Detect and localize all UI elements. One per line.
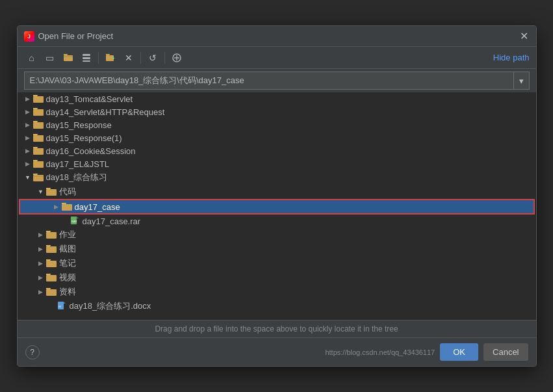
tree-item[interactable]: ▶ day15_Response(1) xyxy=(18,131,536,144)
svg-rect-10 xyxy=(33,109,44,116)
tree-item[interactable]: ▼ 代码 xyxy=(18,185,536,199)
tree-item[interactable]: ▶ day13_Tomcat&Servlet xyxy=(18,92,536,105)
toolbar-separator-3 xyxy=(164,52,165,64)
nav-button[interactable] xyxy=(79,50,94,66)
svg-rect-12 xyxy=(33,135,44,142)
item-label: 代码 xyxy=(59,186,76,198)
ok-button[interactable]: OK xyxy=(440,343,478,361)
footer-url: https://blog.csdn.net/qq_43436117 xyxy=(325,348,435,356)
svg-rect-15 xyxy=(33,175,44,181)
tree-item[interactable]: ▶ day17_EL&JSTL xyxy=(18,157,536,170)
svg-marker-19 xyxy=(77,216,79,218)
folder-icon xyxy=(33,107,44,117)
home-button[interactable]: ⌂ xyxy=(24,50,40,66)
svg-rect-22 xyxy=(46,232,57,239)
path-dropdown-button[interactable]: ▾ xyxy=(514,72,530,90)
file-tree: ▶ day13_Tomcat&Servlet ▶ day14_Servlet&H… xyxy=(18,92,536,320)
title-bar: J Open File or Project ✕ xyxy=(18,26,536,47)
svg-rect-13 xyxy=(33,148,44,155)
item-label: 视频 xyxy=(59,272,76,283)
dialog-title: Open File or Project xyxy=(38,31,114,41)
svg-rect-24 xyxy=(46,261,57,267)
toolbar: ⌂ ▭ + xyxy=(18,47,536,69)
tree-item[interactable]: RAR day17_case.rar xyxy=(18,215,536,228)
svg-rect-1 xyxy=(83,54,90,56)
item-label: day17_case xyxy=(75,202,120,212)
delete-button[interactable]: ✕ xyxy=(121,50,136,66)
folder-icon xyxy=(33,146,44,156)
item-label: day18_综合练习.docx xyxy=(70,300,151,312)
folder-icon xyxy=(46,244,57,254)
folder-icon xyxy=(46,287,57,297)
tree-item[interactable]: ▼ day18_综合练习 xyxy=(18,170,536,185)
help-button[interactable]: ? xyxy=(25,345,40,359)
toolbar-left: ⌂ ▭ + xyxy=(24,50,185,66)
item-label: 作业 xyxy=(59,229,76,241)
toggle-icon: ▶ xyxy=(23,146,33,156)
footer-left: ? xyxy=(25,345,40,359)
folder-icon xyxy=(46,229,57,240)
toggle-icon: ▶ xyxy=(36,244,46,254)
item-label: day17_EL&JSTL xyxy=(46,159,110,169)
tree-item[interactable]: ▶ 笔记 xyxy=(18,256,536,270)
tree-item[interactable]: W day18_综合练习.docx xyxy=(18,299,536,313)
toggle-icon: ▶ xyxy=(23,133,33,143)
svg-rect-26 xyxy=(46,289,57,296)
selected-item-wrapper: ▶ day17_case xyxy=(19,199,535,215)
item-label: day13_Tomcat&Servlet xyxy=(46,94,133,104)
svg-text:RAR: RAR xyxy=(71,220,77,223)
item-label: day16_Cookie&Session xyxy=(46,146,136,156)
svg-rect-2 xyxy=(83,57,90,59)
cancel-button[interactable]: Cancel xyxy=(483,343,528,361)
toggle-icon: ▶ xyxy=(23,107,33,117)
svg-rect-25 xyxy=(46,275,57,281)
drag-hint: Drag and drop a file into the space abov… xyxy=(18,320,536,337)
toggle-icon: ▶ xyxy=(23,159,33,169)
folder-icon xyxy=(33,159,44,169)
tree-item[interactable]: ▶ 视频 xyxy=(18,270,536,285)
item-label: day15_Response xyxy=(46,120,112,130)
tree-item[interactable]: ▶ day15_Response xyxy=(18,118,536,131)
svg-rect-9 xyxy=(33,96,44,103)
svg-rect-17 xyxy=(62,204,72,211)
folder-icon xyxy=(62,202,72,212)
tree-item[interactable]: ▶ day14_Servlet&HTTP&Request xyxy=(18,105,536,118)
toggle-icon: ▼ xyxy=(23,172,33,183)
svg-rect-23 xyxy=(46,246,57,253)
bookmark-button[interactable] xyxy=(169,50,185,66)
tree-item-selected[interactable]: ▶ day17_case xyxy=(20,200,534,213)
rar-file-icon: RAR xyxy=(70,216,80,226)
refresh-button[interactable]: ↺ xyxy=(145,50,161,66)
desktop-button[interactable]: ▭ xyxy=(42,50,58,66)
item-label: day18_综合练习 xyxy=(46,172,108,183)
toggle-icon: ▼ xyxy=(36,187,46,197)
new-folder-button[interactable]: + xyxy=(103,50,118,66)
svg-text:W: W xyxy=(58,305,61,308)
tree-item[interactable]: ▶ day16_Cookie&Session xyxy=(18,144,536,157)
toolbar-separator-1 xyxy=(98,52,99,64)
title-left: J Open File or Project xyxy=(24,31,114,42)
item-label: 资料 xyxy=(59,286,76,298)
tree-item[interactable]: ▶ 截图 xyxy=(18,242,536,256)
svg-text:+: + xyxy=(112,55,115,61)
open-file-dialog: J Open File or Project ✕ ⌂ ▭ xyxy=(17,25,537,367)
tree-item[interactable]: ▶ 作业 xyxy=(18,228,536,242)
path-input[interactable] xyxy=(24,72,514,90)
close-button[interactable]: ✕ xyxy=(519,31,530,42)
svg-rect-16 xyxy=(46,189,57,196)
toggle-icon: ▶ xyxy=(51,202,62,212)
svg-rect-3 xyxy=(83,60,90,62)
hide-path-button[interactable]: Hide path xyxy=(493,53,530,62)
item-label: 笔记 xyxy=(59,257,76,269)
tree-item[interactable]: ▶ 资料 xyxy=(18,285,536,299)
svg-marker-28 xyxy=(64,302,66,304)
folder-icon-open xyxy=(46,187,57,197)
item-label: 截图 xyxy=(59,243,76,255)
toggle-icon: ▶ xyxy=(36,272,46,283)
svg-rect-0 xyxy=(64,55,73,61)
toggle-icon: ▶ xyxy=(36,258,46,268)
folder-icon-open xyxy=(33,172,44,183)
footer: ? https://blog.csdn.net/qq_43436117 OK C… xyxy=(18,337,536,366)
toggle-icon: ▶ xyxy=(23,94,33,104)
folder-button[interactable] xyxy=(60,50,76,66)
